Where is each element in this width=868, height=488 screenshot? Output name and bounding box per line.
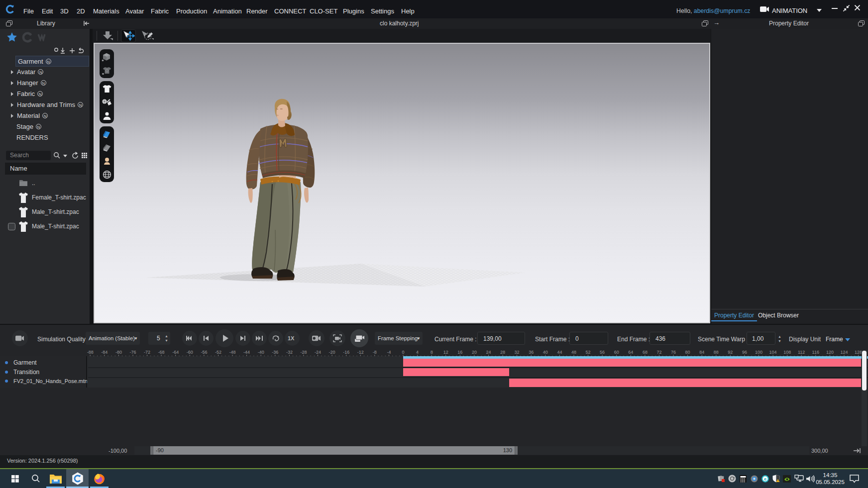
svg-text:-60: -60	[187, 350, 193, 355]
svg-text:112: 112	[798, 350, 805, 355]
svg-text:-76: -76	[129, 350, 136, 355]
svg-text:100: 100	[755, 350, 762, 355]
svg-text:-28: -28	[300, 350, 307, 355]
svg-text:e: e	[763, 477, 766, 482]
svg-text:-40: -40	[258, 350, 264, 355]
svg-text:108: 108	[783, 350, 791, 355]
svg-text:36: 36	[529, 350, 534, 355]
svg-text:-52: -52	[215, 350, 221, 355]
svg-text:116: 116	[812, 350, 819, 355]
svg-text:56: 56	[600, 350, 605, 355]
svg-text:120: 120	[826, 350, 834, 355]
svg-text:68: 68	[643, 350, 648, 355]
svg-text:84: 84	[699, 350, 704, 355]
svg-text:-44: -44	[243, 350, 250, 355]
svg-text:0: 0	[402, 350, 404, 355]
svg-text:-64: -64	[172, 350, 179, 355]
svg-text:32: 32	[515, 350, 520, 355]
svg-text:92: 92	[728, 350, 733, 355]
svg-text:52: 52	[585, 350, 590, 355]
svg-text:4: 4	[416, 350, 419, 355]
svg-text:128: 128	[855, 350, 862, 355]
svg-text:-84: -84	[101, 350, 108, 355]
svg-text:-72: -72	[144, 350, 150, 355]
svg-text:104: 104	[769, 350, 777, 355]
svg-text:-16: -16	[343, 350, 349, 355]
svg-text:-56: -56	[201, 350, 207, 355]
svg-text:8: 8	[431, 350, 433, 355]
svg-text:64: 64	[628, 350, 633, 355]
svg-text:72: 72	[656, 350, 661, 355]
svg-text:124: 124	[840, 350, 848, 355]
svg-text:88: 88	[714, 350, 719, 355]
svg-text:-48: -48	[229, 350, 235, 355]
svg-text:60: 60	[614, 350, 619, 355]
svg-text:-88: -88	[87, 350, 94, 355]
svg-text:40: 40	[543, 350, 548, 355]
svg-text:!: !	[777, 480, 778, 483]
svg-text:48: 48	[571, 350, 576, 355]
svg-text:80: 80	[685, 350, 690, 355]
svg-text:12: 12	[443, 350, 448, 355]
svg-text:-8: -8	[373, 350, 377, 355]
svg-text:-32: -32	[286, 350, 293, 355]
svg-text:16: 16	[457, 350, 462, 355]
svg-text:-4: -4	[387, 350, 391, 355]
svg-text:-20: -20	[329, 350, 335, 355]
svg-text:96: 96	[742, 350, 747, 355]
svg-text:-24: -24	[315, 350, 321, 355]
svg-text:24: 24	[486, 350, 491, 355]
svg-text:20: 20	[472, 350, 477, 355]
svg-text:-12: -12	[357, 350, 364, 355]
svg-text:-80: -80	[115, 350, 122, 355]
svg-text:-68: -68	[158, 350, 165, 355]
svg-text:76: 76	[671, 350, 676, 355]
svg-text:44: 44	[557, 350, 562, 355]
svg-text:-36: -36	[272, 350, 278, 355]
svg-text:28: 28	[500, 350, 505, 355]
